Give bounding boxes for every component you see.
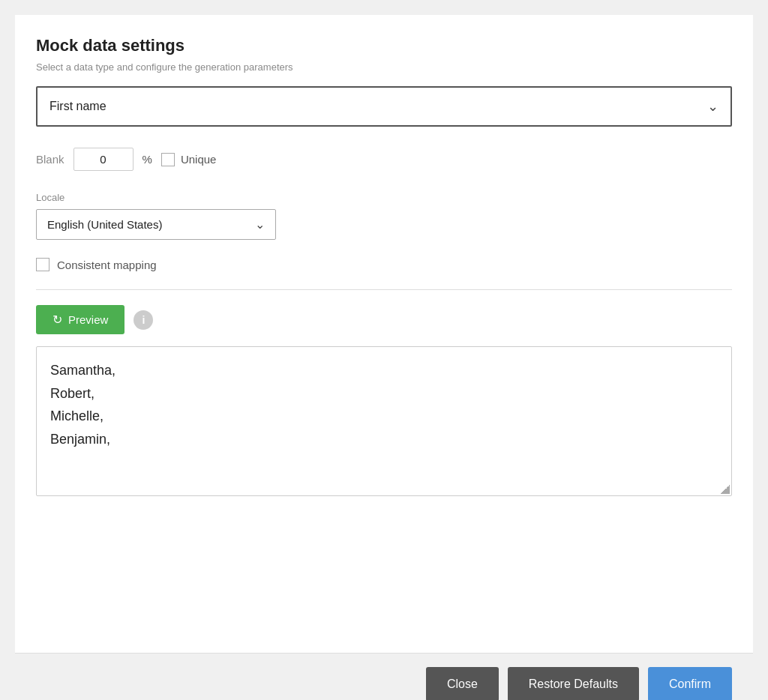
blank-input[interactable] xyxy=(74,148,134,171)
preview-result-line-3: Michelle, xyxy=(50,405,718,428)
consistent-mapping-label: Consistent mapping xyxy=(57,259,157,271)
data-type-value: First name xyxy=(50,100,106,113)
restore-defaults-button[interactable]: Restore Defaults xyxy=(508,667,639,700)
unique-label: Unique xyxy=(181,153,217,166)
resize-handle[interactable] xyxy=(721,485,730,494)
divider xyxy=(36,289,732,290)
preview-result-box[interactable]: Samantha, Robert, Michelle, Benjamin, xyxy=(36,346,732,496)
locale-section: Locale English (United States) ⌄ xyxy=(36,192,732,240)
modal-content: Mock data settings Select a data type an… xyxy=(15,15,753,653)
percent-label: % xyxy=(142,153,152,166)
preview-row: ↻ Preview i xyxy=(36,305,732,334)
unique-checkbox[interactable] xyxy=(161,153,175,166)
preview-button-label: Preview xyxy=(68,313,108,326)
locale-chevron-icon: ⌄ xyxy=(255,217,265,232)
data-type-select[interactable]: First name ⌄ xyxy=(36,86,732,127)
preview-button[interactable]: ↻ Preview xyxy=(36,305,124,334)
modal-title: Mock data settings xyxy=(36,36,732,55)
confirm-button[interactable]: Confirm xyxy=(648,667,732,700)
locale-value: English (United States) xyxy=(47,218,162,231)
info-icon[interactable]: i xyxy=(134,310,153,330)
close-button[interactable]: Close xyxy=(426,667,499,700)
consistent-mapping-checkbox[interactable] xyxy=(36,258,50,271)
blank-unique-row: Blank % Unique xyxy=(36,148,732,171)
preview-result-line-4: Benjamin, xyxy=(50,428,718,451)
locale-select[interactable]: English (United States) ⌄ xyxy=(36,209,276,240)
consistent-mapping-row: Consistent mapping xyxy=(36,258,732,271)
unique-checkbox-wrapper[interactable]: Unique xyxy=(161,153,217,166)
preview-result-line-1: Samantha, xyxy=(50,359,718,382)
locale-label: Locale xyxy=(36,192,732,203)
modal-container: Mock data settings Select a data type an… xyxy=(15,15,753,700)
modal-subtitle: Select a data type and configure the gen… xyxy=(36,61,732,73)
preview-result-line-2: Robert, xyxy=(50,382,718,405)
data-type-chevron-icon: ⌄ xyxy=(707,98,718,115)
modal-footer: Close Restore Defaults Confirm xyxy=(15,653,753,700)
info-icon-label: i xyxy=(142,314,145,326)
blank-label: Blank xyxy=(36,153,64,166)
refresh-icon: ↻ xyxy=(52,313,62,327)
